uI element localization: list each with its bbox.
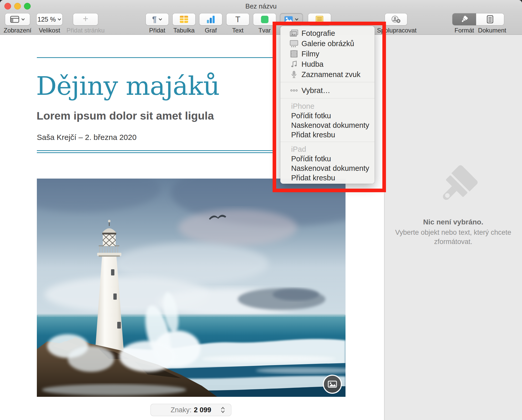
view-button[interactable] (5, 13, 30, 25)
menu-item-label: Pořídit fotku (291, 112, 331, 120)
top-rule (37, 57, 276, 58)
media-button[interactable] (280, 13, 303, 25)
menu-item-label: Přidat kresbu (291, 174, 335, 182)
inspector-segmented-control (452, 13, 504, 25)
menu-item-iphone-add-sketch[interactable]: Přidat kresbu (280, 130, 375, 140)
menu-item-label: Hudba (301, 60, 323, 69)
window-title: Bez názvu (0, 2, 522, 10)
format-brush-icon (459, 14, 470, 25)
paintbrush-icon (416, 153, 490, 226)
chevron-down-icon (158, 18, 162, 21)
bar-chart-icon (206, 15, 215, 23)
menu-separator (280, 142, 375, 142)
stepper-icon[interactable] (220, 407, 225, 413)
text-t-icon: T (235, 15, 240, 23)
film-strip-icon (288, 50, 300, 58)
menu-item-ipad-take-photo[interactable]: Pořídit fotku (280, 154, 375, 164)
title-bar: Bez názvu (0, 0, 522, 12)
word-count-value: 2 099 (194, 406, 211, 414)
menu-item-choose[interactable]: Vybrat… (280, 85, 375, 96)
menu-separator (280, 98, 375, 98)
add-page-button[interactable]: + (73, 13, 98, 25)
sidebar-empty-body: Vyberte objekt nebo text, který chcete z… (394, 228, 512, 246)
lighthouse-photo[interactable] (37, 179, 346, 397)
menu-item-label: Filmy (301, 50, 319, 58)
menu-item-ipad-add-sketch[interactable]: Přidat kresbu (280, 173, 375, 183)
menu-item-label: Zaznamenat zvuk (301, 70, 360, 79)
photos-icon (288, 29, 300, 37)
format-sidebar: Nic není vybráno. Vyberte objekt nebo te… (384, 35, 522, 420)
document-subtitle[interactable]: Lorem ipsum dolor sit amet ligula (37, 110, 214, 122)
zoom-level-button[interactable]: 125 % (37, 13, 62, 25)
music-note-icon (288, 60, 300, 68)
media-image-icon (284, 16, 293, 23)
zoom-level-label: Velikost (39, 27, 60, 34)
menu-item-label: Fotografie (301, 29, 335, 38)
shape-button[interactable] (253, 13, 276, 25)
zoom-level-value: 125 % (38, 16, 56, 23)
menu-item-image-gallery[interactable]: Galerie obrázků (280, 38, 375, 49)
menu-item-photos[interactable]: Fotografie (280, 28, 375, 38)
menu-item-movies[interactable]: Filmy (280, 49, 375, 59)
chevron-down-icon (295, 18, 299, 21)
menu-item-label: Galerie obrázků (301, 39, 354, 48)
replace-image-button[interactable] (323, 375, 342, 394)
shape-label: Tvar (258, 27, 271, 34)
view-layout-icon (10, 16, 19, 23)
plus-icon: + (83, 14, 88, 23)
document-label: Dokument (478, 27, 506, 34)
chart-label: Graf (205, 27, 217, 34)
format-label: Formát (454, 27, 474, 34)
menu-item-iphone-scan-documents[interactable]: Naskenovat dokumenty (280, 121, 375, 130)
chevron-down-icon (57, 18, 61, 21)
insert-label: Přidat (149, 27, 165, 34)
table-button[interactable] (173, 13, 195, 25)
sidebar-empty-heading: Nic není vybráno. (384, 218, 522, 226)
insert-button[interactable]: ¶ (146, 13, 169, 25)
double-rule-bottom (37, 152, 276, 153)
menu-header-ipad: iPad (291, 144, 306, 154)
add-page-label: Přidat stránku (66, 27, 105, 34)
lighthouse-photo-art (37, 179, 346, 397)
menu-header-iphone: iPhone (291, 101, 314, 111)
menu-separator (280, 82, 375, 82)
menu-item-record-audio[interactable]: Zaznamenat zvuk (280, 69, 375, 80)
media-dropdown-menu: Fotografie Galerie obrázků (280, 26, 375, 184)
menu-item-label: Naskenovat dokumenty (291, 121, 369, 130)
microphone-icon (288, 71, 300, 78)
image-gallery-icon (288, 40, 300, 47)
text-button[interactable]: T (226, 13, 249, 25)
word-count-pill[interactable]: Znaky: 2 099 (151, 404, 231, 416)
pages-app-window: Bez názvu Zobrazení 125 % Velikost + Při… (0, 0, 522, 420)
document-icon (487, 15, 493, 23)
pilcrow-icon: ¶ (152, 15, 156, 23)
view-button-label: Zobrazení (4, 27, 31, 34)
person-add-icon (391, 15, 401, 23)
menu-item-ipad-scan-documents[interactable]: Naskenovat dokumenty (280, 164, 375, 173)
table-icon (180, 15, 188, 23)
menu-item-label: Pořídit fotku (291, 155, 331, 163)
table-label: Tabulka (173, 27, 195, 34)
menu-item-music[interactable]: Hudba (280, 59, 375, 69)
shape-square-icon (261, 16, 268, 23)
comment-note-icon (316, 16, 323, 23)
word-count-label: Znaky: (171, 406, 191, 414)
toolbar: Zobrazení 125 % Velikost + Přidat stránk… (0, 12, 522, 35)
menu-item-iphone-take-photo[interactable]: Pořídit fotku (280, 111, 375, 121)
collaborate-label: Spolupracovat (377, 27, 416, 34)
document-title[interactable]: Dějiny majáků (36, 71, 220, 101)
double-rule-top (37, 150, 276, 151)
chevron-down-icon (21, 18, 25, 21)
menu-item-label: Vybrat… (301, 86, 330, 95)
format-tab[interactable] (452, 13, 476, 25)
chart-button[interactable] (199, 13, 222, 25)
collaborate-button[interactable] (385, 13, 407, 25)
menu-item-label: Přidat kresbu (291, 131, 335, 139)
text-label: Text (232, 27, 243, 34)
comment-button[interactable] (308, 13, 331, 25)
menu-item-label: Naskenovat dokumenty (291, 164, 369, 173)
document-tab[interactable] (476, 13, 504, 25)
image-placeholder-icon (328, 381, 337, 388)
document-byline[interactable]: Saša Krejčí – 2. března 2020 (37, 133, 137, 142)
ellipsis-icon (288, 89, 300, 92)
